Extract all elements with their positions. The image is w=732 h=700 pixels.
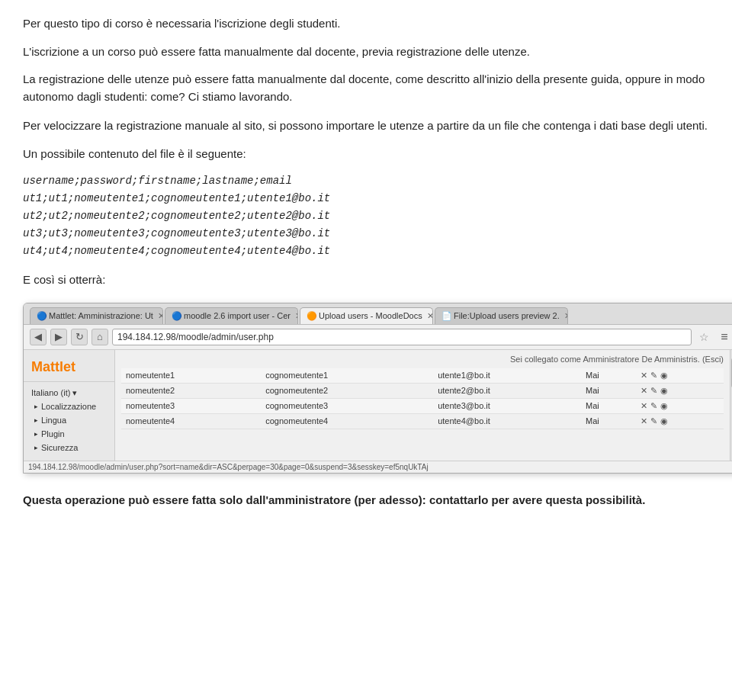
tab-3-icon: 🟠 (307, 311, 316, 320)
user-email-4: utente4@bo.it (433, 413, 581, 429)
user-name-2: nomeutente2 (121, 383, 261, 398)
delete-icon-1[interactable]: ✕ (640, 371, 647, 381)
browser-tab-3[interactable]: 🟠 Upload users - MoodleDocs ✕ (300, 307, 433, 324)
user-date-2: Mai (581, 383, 635, 398)
file-row-4: ut4;ut4;nomeutente4;cognomeutente4;utent… (23, 243, 709, 259)
view-icon-3[interactable]: ◉ (660, 401, 668, 411)
edit-icon-4[interactable]: ✎ (650, 416, 657, 426)
view-icon-1[interactable]: ◉ (660, 371, 668, 381)
paragraph-1: Per questo tipo di corso è necessaria l'… (23, 15, 709, 33)
paragraph-6: E così si otterrà: (23, 271, 709, 289)
user-surname-1: cognomeutente1 (261, 368, 433, 384)
home-button[interactable]: ⌂ (92, 329, 108, 345)
sidebar-item-sicurezza-label: Sicurezza (41, 443, 78, 452)
tab-1-close[interactable]: ✕ (158, 311, 163, 321)
admin-header: Sei collegato come Amministratore De Amm… (121, 355, 724, 364)
table-row: nomeutente3 cognomeutente3 utente3@bo.it… (121, 398, 724, 413)
status-bar: 194.184.12.98/moodle/admin/user.php?sort… (24, 461, 732, 473)
view-icon-4[interactable]: ◉ (660, 416, 668, 426)
user-name-4: nomeutente4 (121, 413, 261, 429)
tab-4-icon: 📄 (441, 311, 451, 320)
browser-sidebar: Mattlet Italiano (it) ▾ Localizzazione L… (24, 350, 115, 461)
paragraph-7-text: Questa operazione può essere fatta solo … (23, 493, 645, 506)
delete-icon-2[interactable]: ✕ (640, 386, 647, 396)
user-actions-1: ✕ ✎ ◉ (636, 368, 724, 384)
sidebar-item-lingua[interactable]: Lingua (24, 413, 114, 427)
table-row: nomeutente4 cognomeutente4 utente4@bo.it… (121, 413, 724, 429)
tab-4-close[interactable]: ✕ (564, 311, 568, 321)
view-icon-2[interactable]: ◉ (660, 386, 668, 396)
user-date-3: Mai (581, 398, 635, 413)
back-button[interactable]: ◀ (30, 329, 47, 345)
user-actions-2: ✕ ✎ ◉ (636, 383, 724, 398)
browser-title-bar: 🔵 Mattlet: Amministrazione: Ut ✕ 🔵 moodl… (24, 303, 732, 325)
tab-3-label: Upload users - MoodleDocs (319, 311, 422, 320)
address-bar[interactable]: 194.184.12.98/moodle/admin/user.php (112, 329, 692, 345)
tab-2-close[interactable]: ✕ (295, 311, 298, 321)
delete-icon-3[interactable]: ✕ (640, 401, 647, 411)
tab-2-label: moodle 2.6 import user - Cer (184, 311, 291, 320)
menu-button[interactable]: ≡ (716, 329, 732, 345)
user-actions-4: ✕ ✎ ◉ (636, 413, 724, 429)
user-email-3: utente3@bo.it (433, 398, 581, 413)
tab-1-icon: 🔵 (37, 311, 46, 320)
sidebar-item-sicurezza[interactable]: Sicurezza (24, 441, 114, 454)
browser-content-area: Mattlet Italiano (it) ▾ Localizzazione L… (24, 350, 732, 461)
edit-icon-2[interactable]: ✎ (650, 386, 657, 396)
file-content: username;password;firstname;lastname;ema… (23, 173, 709, 259)
tab-4-label: File:Upload users preview 2. (454, 311, 560, 320)
paragraph-7: Questa operazione può essere fatta solo … (23, 492, 709, 509)
browser-tab-1[interactable]: 🔵 Mattlet: Amministrazione: Ut ✕ (30, 307, 163, 324)
sidebar-item-plugin-label: Plugin (41, 429, 65, 438)
edit-icon-3[interactable]: ✎ (650, 401, 657, 411)
user-name-3: nomeutente3 (121, 398, 261, 413)
user-surname-4: cognomeutente4 (261, 413, 433, 429)
paragraph-4: Per velocizzare la registrazione manuale… (23, 117, 709, 135)
delete-icon-4[interactable]: ✕ (640, 416, 647, 426)
file-row-2: ut2;ut2;nomeutente2;cognomeutente2;utent… (23, 208, 709, 224)
browser-tab-2[interactable]: 🔵 moodle 2.6 import user - Cer ✕ (165, 307, 298, 324)
address-text: 194.184.12.98/moodle/admin/user.php (117, 332, 274, 342)
tab-2-icon: 🔵 (172, 311, 181, 320)
sidebar-lang[interactable]: Italiano (it) ▾ (24, 387, 114, 400)
user-date-4: Mai (581, 413, 635, 429)
user-name-1: nomeutente1 (121, 368, 261, 384)
browser-main-content: Sei collegato come Amministratore De Amm… (115, 350, 730, 461)
user-date-1: Mai (581, 368, 635, 384)
user-surname-2: cognomeutente2 (261, 383, 433, 398)
paragraph-3: La registrazione delle utenze può essere… (23, 71, 709, 105)
reload-button[interactable]: ↻ (71, 329, 88, 345)
sidebar-item-localizzazione-label: Localizzazione (41, 402, 96, 411)
paragraph-5: Un possibile contenuto del file è il seg… (23, 146, 709, 163)
browser-window: 🔵 Mattlet: Amministrazione: Ut ✕ 🔵 moodl… (23, 303, 732, 474)
sidebar-item-lingua-label: Lingua (41, 416, 66, 425)
table-row: nomeutente2 cognomeutente2 utente2@bo.it… (121, 383, 724, 398)
sidebar-logo: Mattlet (24, 356, 114, 382)
user-email-2: utente2@bo.it (433, 383, 581, 398)
file-row-3: ut3;ut3;nomeutente3;cognomeutente3;utent… (23, 226, 709, 242)
tab-1-label: Mattlet: Amministrazione: Ut (49, 311, 153, 320)
tab-3-close[interactable]: ✕ (427, 311, 433, 321)
paragraph-2: L'iscrizione a un corso può essere fatta… (23, 43, 709, 61)
file-header: username;password;firstname;lastname;ema… (23, 173, 709, 189)
user-surname-3: cognomeutente3 (261, 398, 433, 413)
user-table: nomeutente1 cognomeutente1 utente1@bo.it… (121, 368, 724, 429)
bookmark-button[interactable]: ☆ (695, 329, 712, 345)
user-actions-3: ✕ ✎ ◉ (636, 398, 724, 413)
forward-button[interactable]: ▶ (50, 329, 67, 345)
user-email-1: utente1@bo.it (433, 368, 581, 384)
sidebar-item-plugin[interactable]: Plugin (24, 427, 114, 441)
file-row-1: ut1;ut1;nomeutente1;cognomeutente1;utent… (23, 191, 709, 207)
table-row: nomeutente1 cognomeutente1 utente1@bo.it… (121, 368, 724, 384)
sidebar-item-localizzazione[interactable]: Localizzazione (24, 400, 114, 413)
browser-toolbar: ◀ ▶ ↻ ⌂ 194.184.12.98/moodle/admin/user.… (24, 325, 732, 350)
browser-tab-4[interactable]: 📄 File:Upload users preview 2. ✕ (435, 307, 568, 324)
edit-icon-1[interactable]: ✎ (650, 371, 657, 381)
